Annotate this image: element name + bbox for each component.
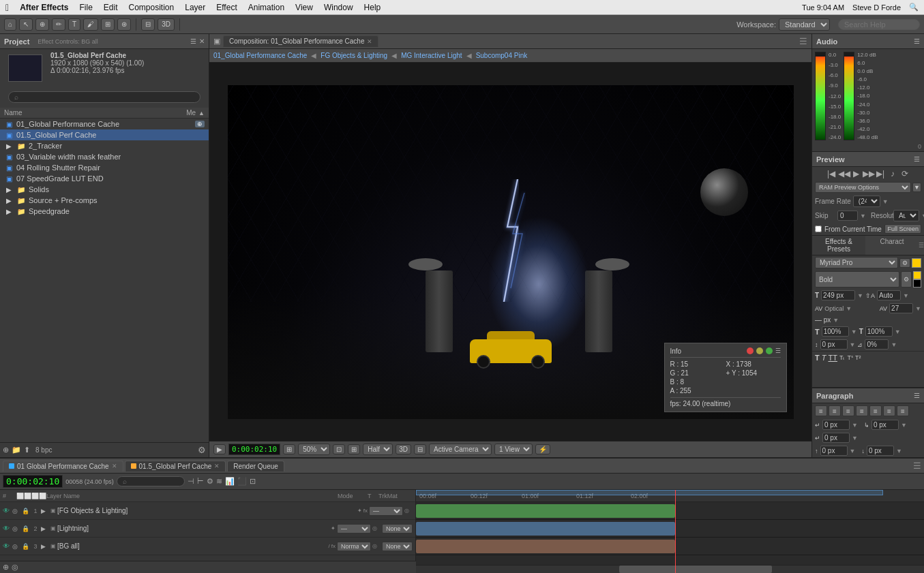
layer-switch-star-2[interactable]: ✦ [331,525,336,531]
search-help-input[interactable] [838,19,920,30]
new-comp-btn[interactable]: ⊕ [3,446,9,454]
tracking-val-arrow[interactable]: ▼ [915,305,921,312]
preview-prev-frame-btn[interactable]: ◀◀ [838,169,849,179]
align-center-btn[interactable]: ≡ [829,405,841,416]
indent-left-arrow[interactable]: ▼ [852,422,858,429]
layer-eye-3[interactable]: 👁 [3,542,11,550]
toolbar-3d[interactable]: 3D [158,18,175,31]
layer-collapse-1[interactable]: ◎ [404,508,413,514]
menu-animation[interactable]: Animation [248,3,284,12]
layer-expand-2[interactable]: ▶ [41,525,49,532]
resolution-arrow[interactable]: ▼ [921,213,924,219]
layer-lock-3[interactable]: 🔒 [22,543,30,550]
text-color-swatch[interactable] [912,258,921,268]
menu-view[interactable]: View [295,3,313,12]
audio-panel-menu[interactable]: ☰ [914,37,920,45]
workspace-select[interactable]: Standard [779,18,830,31]
frame-rate-arrow[interactable]: ▼ [882,198,889,205]
layer-lock-1[interactable]: 🔒 [22,508,30,514]
layer-solo-1[interactable]: ◎ [12,508,20,514]
menu-help[interactable]: Help [364,3,381,12]
draft-mode-btn[interactable]: ◎ [12,563,18,572]
timeline-graph-btn[interactable]: 📊 [225,477,235,486]
timeline-scrollbar[interactable] [416,565,924,573]
comp-tab-close[interactable]: ✕ [367,38,372,45]
comp-zoom-select[interactable]: 50% [298,444,330,455]
comp-camera-select[interactable]: Active Camera [429,444,492,455]
info-menu[interactable]: ☰ [775,347,781,354]
style-t3-btn[interactable]: TT [828,354,837,362]
layer-type-3[interactable]: ▣ [50,543,56,549]
preview-next-frame-btn[interactable]: ▶▶ [863,169,874,179]
preview-panel-menu[interactable]: ☰ [914,155,920,163]
menu-file[interactable]: File [79,3,92,12]
project-panel-close[interactable]: ✕ [199,37,205,45]
menu-after-effects[interactable]: After Effects [20,3,68,12]
leading-input[interactable] [877,290,901,300]
layer-trkmat-2[interactable]: None [382,524,413,533]
comp-snap-btn[interactable]: ⊞ [283,444,295,454]
apple-menu[interactable]:  [5,2,9,13]
vert-scale-input[interactable] [865,326,893,337]
comp-play-btn[interactable]: ▶ [213,444,226,454]
tracking-arrow[interactable]: ▼ [846,305,852,312]
vert-scale-arrow[interactable]: ▼ [895,328,901,335]
menu-effect[interactable]: Effect [216,3,237,12]
preview-play-btn[interactable]: ▶ [850,169,861,179]
justify-right-btn[interactable]: ≡ [883,405,895,416]
skip-input[interactable] [837,211,858,221]
breadcrumb-item-2[interactable]: FG Objects & Lighting [321,52,387,59]
track-bar-2[interactable] [416,522,675,536]
add-layer-btn[interactable]: ⊕ [3,563,9,572]
preview-options-arrow[interactable]: ▼ [912,183,921,192]
toolbar-home[interactable]: ⌂ [4,18,16,31]
comp-grid-btn[interactable]: ⊞ [348,444,360,454]
preview-first-btn[interactable]: |◀ [826,169,837,179]
menu-edit[interactable]: Edit [104,3,118,12]
search-menubar-icon[interactable]: 🔍 [909,3,919,12]
align-left-btn[interactable]: ≡ [815,405,827,416]
align-right-btn[interactable]: ≡ [842,405,854,416]
layer-eye-1[interactable]: 👁 [3,507,11,514]
timeline-tab-2[interactable]: 01.5_Global Perf Cache ✕ [125,461,226,471]
font-settings-btn[interactable]: ⚙ [899,258,910,268]
layer-switch-fx-1[interactable]: fx [363,508,368,514]
tracking-input[interactable] [889,303,913,313]
style-t4-btn[interactable]: Tₜ [839,354,846,362]
horiz-scale-input[interactable] [822,326,849,337]
frame-rate-select[interactable]: (24) [853,196,880,207]
space-before-input[interactable] [820,446,848,456]
timeline-in-btn[interactable]: ⊣ [188,477,194,486]
scrollbar-thumb[interactable] [619,566,772,573]
font-style-settings[interactable]: ⚙ [901,271,912,288]
stroke-swatch[interactable] [913,279,921,288]
list-item[interactable]: ▶ 📁 Solids [0,184,209,195]
toolbar-snapping[interactable]: ⊟ [141,18,155,31]
project-panel-menu[interactable]: ☰ [190,37,196,45]
comp-quality-select[interactable]: Half [363,444,393,455]
preview-audio-btn[interactable]: ♪ [887,169,898,179]
justify-center-btn[interactable]: ≡ [869,405,882,416]
layer-switch-star-1[interactable]: ✦ [357,508,362,514]
timeline-draft-btn[interactable]: ⊡ [250,477,256,486]
timeline-motion-btn[interactable]: ≋ [216,477,222,486]
layer-eye-2[interactable]: 👁 [3,525,11,532]
style-t5-btn[interactable]: Tˢ [847,354,853,362]
info-min[interactable] [756,347,763,354]
comp-fit-btn[interactable]: ⊡ [333,444,345,454]
px-arrow[interactable]: ▼ [833,317,839,324]
track-bar-3[interactable] [416,540,675,553]
track-bar-1[interactable] [416,504,675,518]
timeline-panel-menu[interactable]: ☰ [913,461,921,471]
list-item[interactable]: ▶ 📁 Speedgrade [0,206,209,217]
project-settings-btn[interactable]: ⚙ [198,445,206,455]
layer-type-1[interactable]: ▣ [50,508,56,514]
from-current-checkbox[interactable] [815,226,822,232]
list-item[interactable]: ▶ 📁 2_Tracker [0,140,209,151]
style-t2-btn[interactable]: T [822,354,826,362]
font-style-select[interactable]: Bold [815,271,899,288]
space-before-arrow[interactable]: ▼ [850,448,856,454]
indent-right-input[interactable] [871,420,899,430]
comp-tab[interactable]: Composition: 01_Global Performance Cache… [223,35,378,47]
layer-mode-3[interactable]: Normal [337,542,371,551]
